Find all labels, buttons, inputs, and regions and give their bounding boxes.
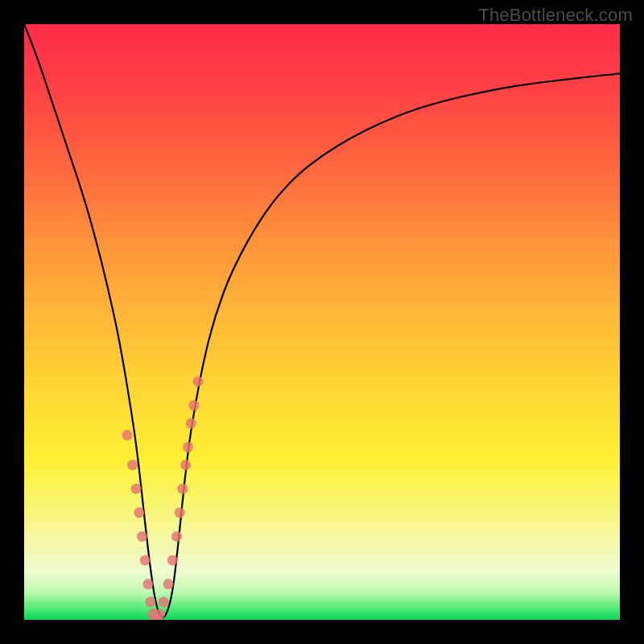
curve-marker — [142, 579, 153, 589]
curve-marker — [183, 442, 193, 452]
chart-frame: TheBottleneck.com — [0, 0, 644, 644]
curve-marker — [193, 377, 204, 387]
curve-marker — [140, 555, 151, 566]
curve-marker — [159, 597, 169, 607]
curve-marker — [137, 531, 147, 542]
curve-marker — [167, 555, 178, 566]
curve-markers — [122, 377, 204, 621]
curve-marker — [163, 579, 174, 589]
curve-marker — [175, 507, 185, 518]
bottleneck-curve — [24, 24, 620, 620]
curve-marker — [127, 460, 138, 470]
plot-area — [24, 24, 620, 620]
curve-marker — [171, 531, 182, 542]
curve-marker — [131, 484, 142, 494]
curve-marker — [145, 597, 155, 607]
curve-marker — [122, 430, 133, 440]
curve-marker — [155, 609, 165, 619]
attribution-label: TheBottleneck.com — [478, 5, 633, 26]
curve-path — [24, 24, 620, 617]
curve-marker — [180, 460, 191, 470]
curve-marker — [186, 418, 196, 428]
curve-marker — [134, 507, 144, 518]
curve-marker — [177, 484, 188, 494]
curve-marker — [188, 400, 199, 411]
